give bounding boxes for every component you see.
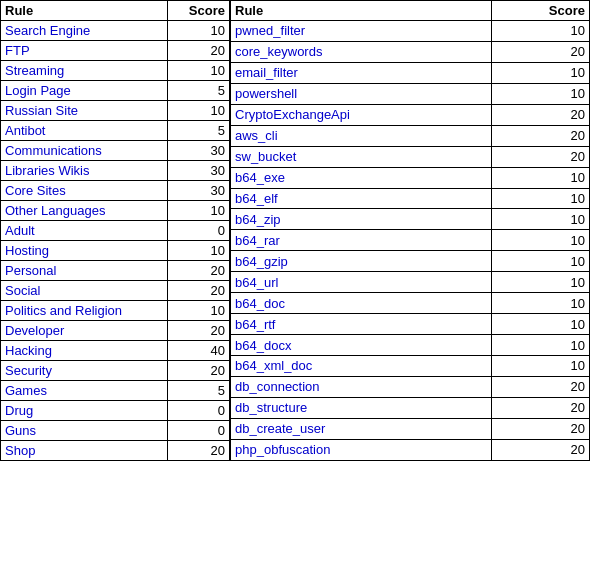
left-rule-cell: Antibot [1, 121, 168, 141]
left-rule-cell: Personal [1, 261, 168, 281]
left-score-cell: 20 [167, 321, 229, 341]
right-score-cell: 20 [492, 104, 590, 125]
right-rule-cell: powershell [231, 83, 492, 104]
left-score-cell: 5 [167, 381, 229, 401]
table-row: b64_zip10 [231, 209, 590, 230]
right-rule-cell: core_keywords [231, 41, 492, 62]
left-rule-cell: Politics and Religion [1, 301, 168, 321]
right-score-cell: 10 [492, 272, 590, 293]
right-score-cell: 20 [492, 418, 590, 439]
table-row: Personal20 [1, 261, 230, 281]
right-rule-cell: db_structure [231, 397, 492, 418]
left-score-cell: 40 [167, 341, 229, 361]
table-row: Hosting10 [1, 241, 230, 261]
left-rule-cell: Hacking [1, 341, 168, 361]
left-score-cell: 0 [167, 221, 229, 241]
right-rule-header: Rule [231, 1, 492, 21]
right-rule-cell: b64_docx [231, 335, 492, 356]
right-score-cell: 10 [492, 188, 590, 209]
table-row: php_obfuscation20 [231, 439, 590, 460]
right-rule-cell: pwned_filter [231, 21, 492, 42]
right-score-cell: 20 [492, 41, 590, 62]
table-row: Games5 [1, 381, 230, 401]
right-rule-cell: b64_doc [231, 293, 492, 314]
left-rule-cell: Libraries Wikis [1, 161, 168, 181]
table-row: db_create_user20 [231, 418, 590, 439]
right-score-cell: 10 [492, 21, 590, 42]
right-score-cell: 10 [492, 167, 590, 188]
right-rule-cell: CryptoExchangeApi [231, 104, 492, 125]
left-rule-cell: Russian Site [1, 101, 168, 121]
left-score-cell: 10 [167, 201, 229, 221]
right-score-cell: 10 [492, 83, 590, 104]
right-score-cell: 10 [492, 209, 590, 230]
right-rule-cell: b64_url [231, 272, 492, 293]
right-rule-cell: php_obfuscation [231, 439, 492, 460]
right-score-cell: 10 [492, 62, 590, 83]
right-rule-cell: email_filter [231, 62, 492, 83]
right-rule-cell: b64_gzip [231, 251, 492, 272]
table-row: CryptoExchangeApi20 [231, 104, 590, 125]
right-rule-cell: b64_exe [231, 167, 492, 188]
left-score-cell: 5 [167, 121, 229, 141]
table-row: b64_exe10 [231, 167, 590, 188]
table-row: pwned_filter10 [231, 21, 590, 42]
right-score-cell: 10 [492, 293, 590, 314]
left-rule-cell: Adult [1, 221, 168, 241]
left-rule-cell: Drug [1, 401, 168, 421]
table-row: db_connection20 [231, 376, 590, 397]
left-score-cell: 5 [167, 81, 229, 101]
left-rule-cell: Developer [1, 321, 168, 341]
table-row: Core Sites30 [1, 181, 230, 201]
left-rule-cell: Core Sites [1, 181, 168, 201]
right-score-cell: 10 [492, 230, 590, 251]
left-score-cell: 20 [167, 41, 229, 61]
table-row: b64_doc10 [231, 293, 590, 314]
table-row: Shop20 [1, 441, 230, 461]
table-row: sw_bucket20 [231, 146, 590, 167]
table-row: b64_docx10 [231, 335, 590, 356]
left-score-cell: 0 [167, 421, 229, 441]
table-row: Login Page5 [1, 81, 230, 101]
right-score-cell: 20 [492, 125, 590, 146]
table-row: email_filter10 [231, 62, 590, 83]
left-rule-cell: Login Page [1, 81, 168, 101]
left-rule-header: Rule [1, 1, 168, 21]
right-score-header: Score [492, 1, 590, 21]
tables-container: Rule Score Search Engine10FTP20Streaming… [0, 0, 590, 461]
table-row: Libraries Wikis30 [1, 161, 230, 181]
right-rule-cell: db_connection [231, 376, 492, 397]
table-row: Drug0 [1, 401, 230, 421]
left-rule-cell: FTP [1, 41, 168, 61]
left-score-cell: 30 [167, 141, 229, 161]
right-rule-cell: b64_elf [231, 188, 492, 209]
table-row: b64_rtf10 [231, 314, 590, 335]
left-rule-cell: Games [1, 381, 168, 401]
table-row: Other Languages10 [1, 201, 230, 221]
table-row: Streaming10 [1, 61, 230, 81]
right-rule-cell: b64_rtf [231, 314, 492, 335]
left-score-cell: 10 [167, 301, 229, 321]
left-rule-cell: Other Languages [1, 201, 168, 221]
table-row: Security20 [1, 361, 230, 381]
right-score-cell: 10 [492, 251, 590, 272]
right-rule-cell: sw_bucket [231, 146, 492, 167]
table-row: Hacking40 [1, 341, 230, 361]
table-row: Adult0 [1, 221, 230, 241]
left-rule-cell: Security [1, 361, 168, 381]
left-rule-cell: Communications [1, 141, 168, 161]
table-row: powershell10 [231, 83, 590, 104]
table-row: Antibot5 [1, 121, 230, 141]
right-rule-cell: aws_cli [231, 125, 492, 146]
right-rule-cell: db_create_user [231, 418, 492, 439]
right-score-cell: 10 [492, 314, 590, 335]
left-score-cell: 0 [167, 401, 229, 421]
left-score-cell: 20 [167, 261, 229, 281]
left-score-cell: 10 [167, 101, 229, 121]
right-rule-cell: b64_rar [231, 230, 492, 251]
left-rule-cell: Hosting [1, 241, 168, 261]
table-row: Communications30 [1, 141, 230, 161]
table-row: b64_xml_doc10 [231, 356, 590, 377]
table-row: Guns0 [1, 421, 230, 441]
left-score-header: Score [167, 1, 229, 21]
